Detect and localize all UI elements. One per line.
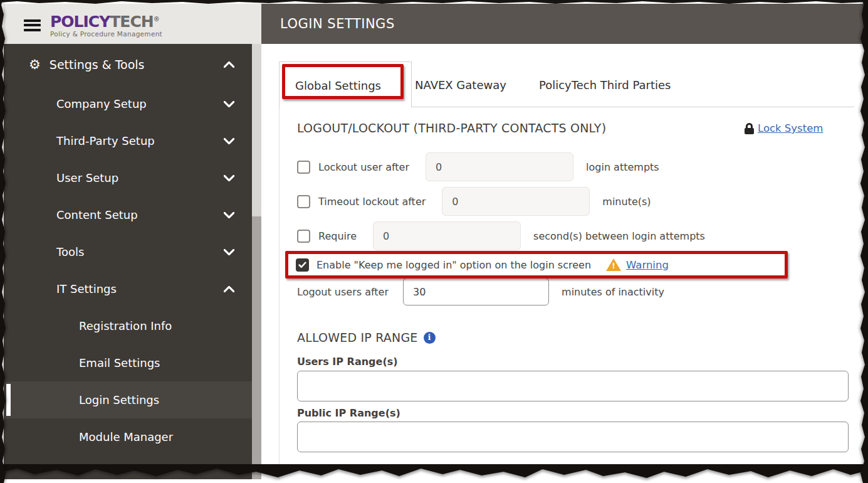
sidebar-item-label: Company Setup: [56, 97, 147, 110]
chevron-down-icon: [224, 138, 234, 144]
logo-text-policy: POLICY: [50, 13, 110, 31]
logo-tagline: Policy & Procedure Management: [50, 30, 162, 38]
registered-mark: ®: [154, 16, 160, 23]
logout-lockout-section-title: LOGOUT/LOCKOUT (THIRD-PARTY CONTACTS ONL…: [297, 121, 606, 135]
policytech-admin-page: POLICYTECH® Policy & Procedure Managemen…: [0, 0, 868, 483]
main-content: Global Settings NAVEX Gateway PolicyTech…: [261, 44, 864, 479]
lockout-attempts-suffix: login attempts: [586, 161, 659, 173]
sidebar-item-third-party-setup[interactable]: Third-Party Setup: [4, 122, 252, 159]
sidebar-item-email-settings[interactable]: Email Settings: [4, 344, 252, 381]
timeout-lockout-label: Timeout lockout after: [318, 196, 426, 208]
timeout-lockout-checkbox[interactable]: [297, 195, 310, 208]
require-seconds-row: Require second(s) between login attempts: [297, 221, 705, 250]
sidebar-subitem-label: Email Settings: [79, 356, 160, 369]
sidebar-subitem-label: Module Manager: [79, 430, 173, 443]
sidebar-item-label: User Setup: [56, 171, 118, 184]
timeout-minutes-suffix: minute(s): [602, 196, 651, 208]
lockout-attempts-input[interactable]: [426, 152, 573, 181]
page-header: LOGIN SETTINGS: [261, 4, 864, 44]
lockout-user-checkbox[interactable]: [297, 161, 310, 174]
sidebar-item-label: IT Settings: [56, 282, 117, 295]
warning-icon: !: [606, 258, 621, 271]
chevron-down-icon: [224, 212, 234, 218]
sidebar-subitem-label: Login Settings: [79, 393, 159, 406]
require-seconds-input[interactable]: [373, 221, 521, 250]
chevron-up-icon: [224, 286, 234, 292]
sidebar-item-label: Tools: [56, 245, 84, 258]
policytech-logo: POLICYTECH® Policy & Procedure Managemen…: [50, 11, 162, 38]
chevron-down-icon: [224, 249, 234, 255]
annotation-box-global-settings: [282, 64, 404, 99]
logo-bar: POLICYTECH® Policy & Procedure Managemen…: [4, 4, 261, 44]
menu-icon[interactable]: [24, 19, 41, 31]
sidebar-scrollbar-track[interactable]: [252, 44, 261, 479]
lock-system-label: Lock System: [758, 122, 823, 134]
sidebar-item-user-setup[interactable]: User Setup: [4, 159, 252, 196]
sidebar-item-it-settings[interactable]: IT Settings: [4, 270, 252, 307]
chevron-up-icon: [224, 61, 234, 68]
inactivity-minutes-suffix: minutes of inactivity: [562, 286, 664, 298]
timeout-minutes-input[interactable]: [442, 187, 590, 216]
require-label: Require: [318, 230, 357, 242]
require-seconds-suffix: second(s) between login attempts: [533, 230, 705, 242]
warning-link[interactable]: Warning: [626, 259, 669, 271]
keep-logged-in-checkbox[interactable]: [296, 258, 309, 272]
logout-users-row: Logout users after minutes of inactivity: [297, 278, 664, 305]
sidebar-item-tools[interactable]: Tools: [4, 233, 252, 270]
chevron-down-icon: [224, 101, 234, 107]
inactivity-minutes-input[interactable]: [403, 278, 549, 305]
sidebar: ⚙ Settings & Tools Company Setup Third-P…: [4, 44, 252, 479]
sidebar-item-label: Third-Party Setup: [56, 134, 155, 147]
public-ip-range-input[interactable]: [297, 422, 849, 452]
info-icon[interactable]: i: [424, 332, 436, 344]
logout-users-label: Logout users after: [297, 286, 389, 298]
chevron-down-icon: [224, 175, 234, 181]
users-ip-range-input[interactable]: [297, 371, 849, 401]
keep-logged-in-label: Enable "Keep me logged in" option on the…: [316, 259, 591, 271]
sidebar-item-settings-tools[interactable]: ⚙ Settings & Tools: [4, 44, 252, 85]
tab-policytech-third-parties[interactable]: PolicyTech Third Parties: [539, 78, 671, 92]
sidebar-item-module-manager[interactable]: Module Manager: [4, 418, 252, 455]
selected-indicator: [6, 384, 11, 416]
sidebar-item-label: Content Setup: [56, 208, 138, 221]
annotation-box-keep-logged-in: Enable "Keep me logged in" option on the…: [285, 251, 788, 279]
page-title: LOGIN SETTINGS: [261, 4, 864, 44]
sidebar-item-registration-info[interactable]: Registration Info: [4, 307, 252, 344]
lock-system-link[interactable]: Lock System: [745, 122, 823, 134]
allowed-ip-title-text: ALLOWED IP RANGE: [297, 331, 418, 344]
public-ip-range-label: Public IP Range(s): [297, 407, 400, 419]
tab-navex-gateway[interactable]: NAVEX Gateway: [415, 78, 506, 92]
sidebar-scrollbar-thumb[interactable]: [252, 216, 261, 479]
lock-icon: [745, 123, 754, 134]
logo-text-tech: TECH: [110, 13, 153, 31]
sidebar-item-content-setup[interactable]: Content Setup: [4, 196, 252, 233]
lockout-user-row: Lockout user after login attempts: [297, 152, 659, 181]
allowed-ip-section-title: ALLOWED IP RANGE i: [297, 331, 436, 344]
sidebar-root-label: Settings & Tools: [50, 58, 145, 72]
timeout-lockout-row: Timeout lockout after minute(s): [297, 187, 651, 216]
require-seconds-checkbox[interactable]: [297, 230, 310, 243]
users-ip-range-label: Users IP Range(s): [297, 356, 398, 368]
gear-icon: ⚙: [29, 58, 41, 72]
sidebar-item-login-settings[interactable]: Login Settings: [4, 381, 252, 418]
lockout-user-label: Lockout user after: [318, 161, 409, 173]
global-settings-panel: LOGOUT/LOCKOUT (THIRD-PARTY CONTACTS ONL…: [280, 107, 864, 479]
sidebar-item-company-setup[interactable]: Company Setup: [4, 85, 252, 122]
sidebar-subitem-label: Registration Info: [79, 319, 172, 332]
